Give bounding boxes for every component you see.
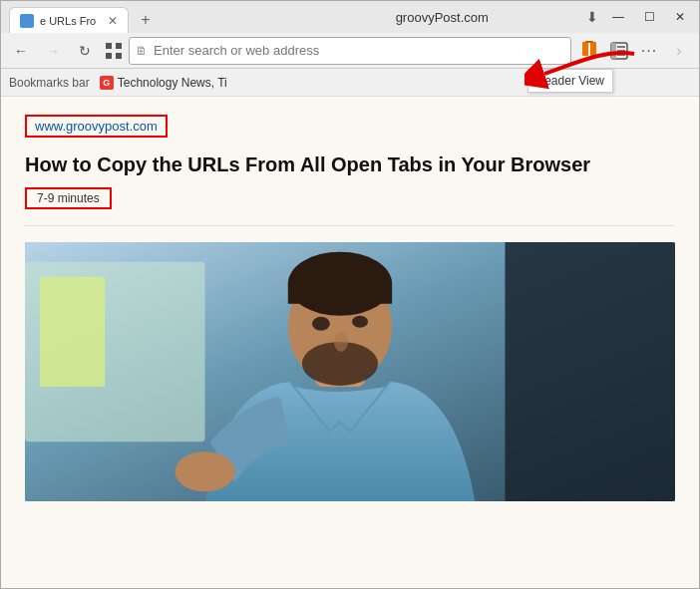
svg-rect-3 bbox=[116, 53, 122, 59]
active-tab[interactable]: e URLs Fro ✕ bbox=[9, 7, 129, 33]
pin-icon: ⬇ bbox=[586, 9, 598, 25]
reading-time-badge: 7-9 minutes bbox=[25, 187, 112, 209]
window-title: groovyPost.com bbox=[298, 10, 587, 25]
more-button[interactable]: ··· bbox=[635, 37, 663, 65]
window-controls: ⬇ — ☐ ✕ bbox=[586, 8, 691, 26]
svg-point-22 bbox=[312, 317, 330, 331]
tab-close-button[interactable]: ✕ bbox=[108, 14, 118, 28]
maximize-button[interactable]: ☐ bbox=[638, 8, 661, 26]
bookmark-text: Technology News, Ti bbox=[118, 76, 227, 90]
svg-rect-5 bbox=[590, 42, 596, 56]
minimize-button[interactable]: — bbox=[606, 8, 630, 26]
site-url-badge[interactable]: www.groovypost.com bbox=[25, 115, 168, 138]
svg-point-24 bbox=[334, 332, 348, 352]
svg-point-25 bbox=[175, 451, 234, 491]
reader-view-tooltip: Reader View bbox=[527, 69, 613, 93]
more-icon: ··· bbox=[641, 42, 657, 60]
forward-page-button[interactable]: › bbox=[665, 37, 693, 65]
forward-button[interactable]: → bbox=[39, 37, 67, 65]
tab-favicon bbox=[20, 14, 34, 28]
svg-rect-16 bbox=[505, 242, 675, 501]
divider bbox=[25, 225, 675, 226]
back-button[interactable]: ← bbox=[7, 37, 35, 65]
address-bar-input[interactable] bbox=[154, 43, 564, 58]
sidebar-button[interactable] bbox=[605, 37, 633, 65]
svg-rect-20 bbox=[288, 284, 392, 304]
svg-rect-8 bbox=[611, 43, 616, 59]
toolbar: ← → ↻ 🗎 bbox=[1, 33, 699, 69]
title-bar: e URLs Fro ✕ + groovyPost.com ⬇ — ☐ ✕ bbox=[1, 1, 699, 33]
svg-rect-15 bbox=[40, 277, 105, 387]
refresh-button[interactable]: ↻ bbox=[71, 37, 99, 65]
bookmarks-label: Bookmarks bar bbox=[9, 76, 90, 90]
tab-title: e URLs Fro bbox=[40, 15, 102, 27]
close-button[interactable]: ✕ bbox=[669, 8, 691, 26]
article-title: How to Copy the URLs From All Open Tabs … bbox=[25, 151, 675, 177]
new-tab-button[interactable]: + bbox=[133, 7, 159, 33]
article-hero-image bbox=[25, 242, 675, 501]
svg-rect-0 bbox=[106, 43, 112, 49]
bookmark-favicon: G bbox=[100, 76, 114, 90]
reader-view-icon bbox=[579, 39, 599, 63]
svg-point-23 bbox=[352, 316, 368, 328]
svg-rect-2 bbox=[106, 53, 112, 59]
svg-rect-6 bbox=[585, 41, 593, 43]
grid-icon[interactable] bbox=[103, 40, 125, 62]
address-bar-wrapper[interactable]: 🗎 bbox=[129, 37, 571, 65]
page-content: www.groovypost.com How to Copy the URLs … bbox=[1, 97, 699, 588]
toolbar-right: Reader View ··· › bbox=[575, 37, 693, 65]
tabs-area: e URLs Fro ✕ + bbox=[9, 1, 298, 33]
svg-rect-1 bbox=[116, 43, 122, 49]
reader-view-button[interactable]: Reader View bbox=[575, 37, 603, 65]
svg-rect-4 bbox=[582, 42, 588, 56]
page-icon: 🗎 bbox=[136, 44, 148, 58]
bookmark-item-groovy[interactable]: G Technology News, Ti bbox=[96, 74, 231, 92]
